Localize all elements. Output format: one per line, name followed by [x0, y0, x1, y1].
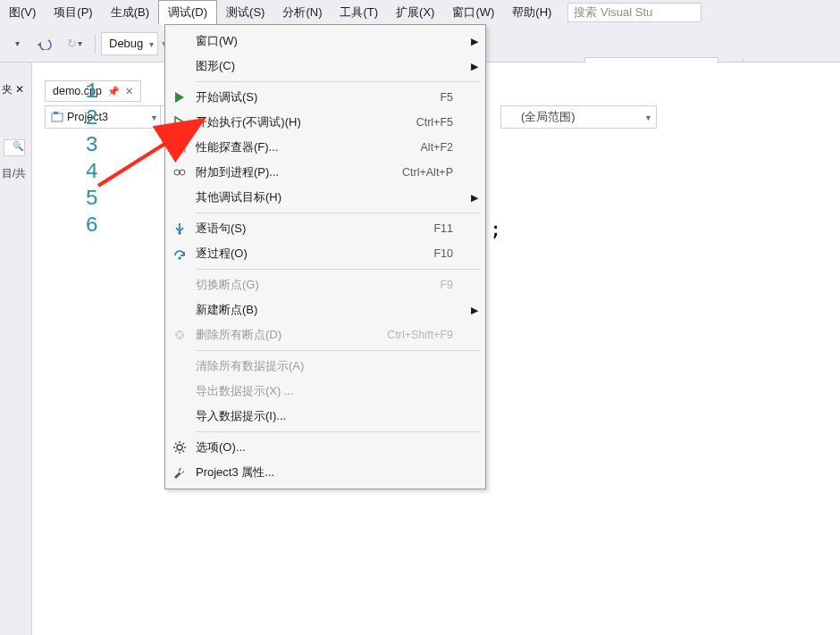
menubar: 图(V) 项目(P) 生成(B) 调试(D) 测试(S) 分析(N) 工具(T)…: [0, 0, 840, 25]
menu-project[interactable]: 项目(P): [45, 0, 101, 25]
line-number: 4: [79, 159, 98, 186]
play-fill-icon: [167, 85, 192, 110]
left-tool-rail: 🔍 目/共: [0, 63, 32, 635]
menu-other-debug-targets[interactable]: 其他调试目标(H) ▶: [165, 185, 485, 210]
scope-combo-label: (全局范围): [521, 109, 575, 125]
close-icon[interactable]: ✕: [125, 86, 133, 97]
svg-rect-3: [52, 113, 63, 121]
menu-windows[interactable]: 窗口(W) ▶: [165, 29, 485, 54]
menu-search-box[interactable]: 搜索 Visual Stu: [567, 3, 701, 22]
nav-back-button[interactable]: ▾: [4, 32, 30, 55]
gear-icon: [167, 435, 192, 460]
profiler-icon: [167, 135, 192, 160]
scope-combo[interactable]: (全局范围) ▾: [500, 105, 657, 129]
line-number: 2: [79, 105, 98, 132]
step-into-icon: [167, 216, 192, 241]
menu-step-into[interactable]: 逐语句(S) F11: [165, 216, 485, 241]
line-number: 6: [79, 213, 98, 239]
menu-project-properties[interactable]: Project3 属性...: [165, 460, 485, 485]
submenu-arrow-icon: ▶: [471, 36, 478, 47]
menu-performance-profiler[interactable]: 性能探查器(F)... Alt+F2: [165, 135, 485, 160]
line-number: 1: [79, 79, 98, 105]
pin-icon[interactable]: 📌: [107, 86, 120, 97]
separator: [196, 81, 480, 82]
svg-rect-6: [176, 146, 178, 151]
menu-build[interactable]: 生成(B): [102, 0, 158, 25]
code-char: ;: [490, 218, 501, 240]
svg-rect-8: [181, 147, 183, 151]
left-rail-search[interactable]: 🔍: [4, 139, 25, 156]
line-number: 3: [79, 132, 98, 159]
step-over-icon: [167, 241, 192, 266]
blank-icon: [167, 29, 192, 54]
blank-icon: [167, 297, 192, 322]
menu-view[interactable]: 图(V): [0, 0, 45, 25]
blank-icon: [167, 354, 192, 379]
menu-attach-to-process[interactable]: 附加到进程(P)... Ctrl+Alt+P: [165, 160, 485, 185]
menu-clear-datatips: 清除所有数据提示(A): [165, 354, 485, 379]
chevron-down-icon: ▾: [646, 113, 651, 122]
separator: [196, 213, 480, 213]
search-icon: 🔍: [13, 141, 23, 151]
menu-export-datatips: 导出数据提示(X) ...: [165, 379, 485, 404]
submenu-arrow-icon: ▶: [471, 305, 478, 316]
menu-window[interactable]: 窗口(W): [443, 0, 503, 25]
menu-tools[interactable]: 工具(T): [331, 0, 387, 25]
configuration-value: Debug: [109, 37, 143, 50]
debug-menu-dropdown: 窗口(W) ▶ 图形(C) ▶ 开始调试(S) F5 开始执行(不调试)(H) …: [164, 24, 486, 489]
wrench-icon: [167, 460, 192, 485]
svg-rect-4: [54, 112, 58, 114]
line-number-gutter: 1 2 3 4 5 6: [79, 79, 98, 239]
play-outline-icon: [167, 110, 192, 135]
menu-test[interactable]: 测试(S): [217, 0, 273, 25]
menu-step-over[interactable]: 逐过程(O) F10: [165, 241, 485, 266]
svg-point-14: [177, 445, 182, 450]
left-rail-label[interactable]: 目/共: [0, 164, 28, 183]
chevron-down-icon: ▾: [149, 38, 154, 48]
undo-button[interactable]: [32, 32, 59, 55]
menu-import-datatips[interactable]: 导入数据提示(I)...: [165, 404, 485, 429]
separator: [95, 34, 96, 54]
line-number: 5: [79, 186, 98, 213]
menu-start-without-debugging[interactable]: 开始执行(不调试)(H) Ctrl+F5: [165, 110, 485, 135]
search-placeholder: 搜索 Visual Stu: [574, 4, 652, 21]
menu-extensions[interactable]: 扩展(X): [387, 0, 443, 25]
separator: [196, 269, 480, 270]
menu-help[interactable]: 帮助(H): [503, 0, 560, 25]
menu-analyze[interactable]: 分析(N): [273, 0, 331, 25]
blank-icon: [167, 404, 192, 429]
menu-toggle-breakpoint: 切换断点(G) F9: [165, 272, 485, 297]
menu-delete-all-breakpoints: 删除所有断点(D) Ctrl+Shift+F9: [165, 322, 485, 347]
side-panel-tab[interactable]: 夹 ✕: [0, 79, 24, 100]
blank-icon: [167, 272, 192, 297]
submenu-arrow-icon: ▶: [471, 192, 478, 204]
submenu-arrow-icon: ▶: [471, 61, 478, 72]
svg-point-11: [178, 231, 181, 234]
separator: [196, 431, 480, 432]
redo-button[interactable]: ↻▾: [61, 32, 88, 55]
blank-icon: [167, 54, 192, 79]
blank-icon: [167, 379, 192, 404]
undo-icon: [38, 38, 54, 50]
separator: [196, 350, 480, 351]
menu-start-debugging[interactable]: 开始调试(S) F5: [165, 85, 485, 110]
blank-icon: [167, 185, 192, 210]
svg-point-12: [178, 256, 181, 259]
project-icon: [51, 111, 63, 123]
svg-rect-7: [179, 145, 181, 151]
configuration-combo[interactable]: Debug ▾: [101, 32, 158, 55]
clear-breakpoints-icon: [167, 322, 192, 347]
menu-debug[interactable]: 调试(D): [158, 0, 217, 25]
menu-new-breakpoint[interactable]: 新建断点(B) ▶: [165, 297, 485, 322]
chevron-down-icon: ▾: [152, 113, 156, 122]
attach-icon: [167, 160, 192, 185]
menu-graphics[interactable]: 图形(C) ▶: [165, 54, 485, 79]
project-crumb[interactable]: Project3 ▾: [45, 105, 161, 129]
menu-options[interactable]: 选项(O)...: [165, 435, 485, 460]
